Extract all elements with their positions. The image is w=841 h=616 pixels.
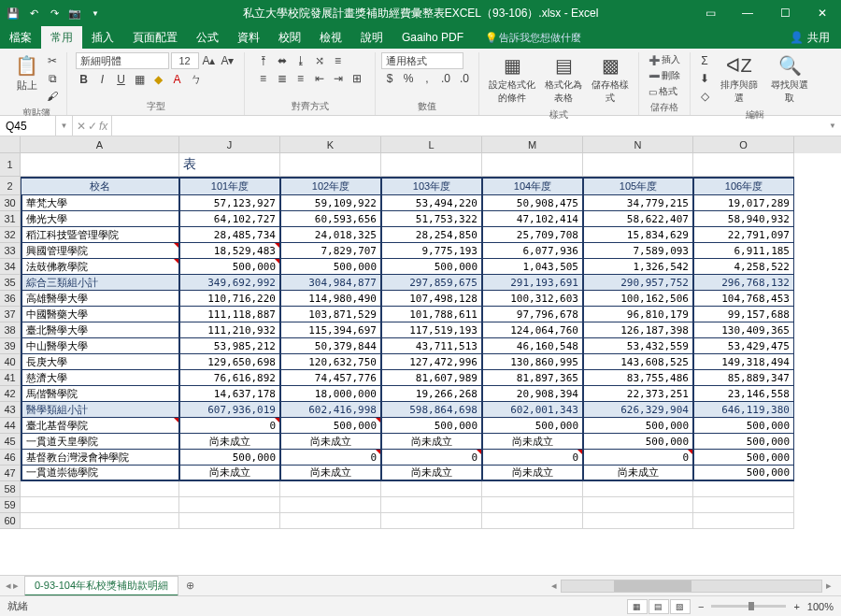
- col-header-A[interactable]: A: [21, 136, 179, 153]
- data-5-0[interactable]: 349,692,992: [179, 275, 280, 291]
- menu-tab-常用[interactable]: 常用: [41, 26, 82, 49]
- data-1-5[interactable]: 58,940,932: [693, 211, 794, 227]
- name-cell[interactable]: 馬偕醫學院: [21, 386, 179, 402]
- empty[interactable]: [583, 481, 693, 497]
- row-header-31[interactable]: 31: [0, 211, 21, 227]
- redo-icon[interactable]: ↷: [47, 6, 62, 21]
- close-button[interactable]: ✕: [804, 0, 841, 26]
- align-middle-icon[interactable]: ⬌: [274, 52, 291, 69]
- data-10-0[interactable]: 129,650,698: [179, 354, 280, 370]
- paste-button[interactable]: 📋 貼上: [11, 52, 42, 94]
- percent-icon[interactable]: %: [400, 70, 417, 87]
- sheet-tab[interactable]: 0-93-104年私校獎補助款明細: [24, 576, 178, 596]
- data-5-1[interactable]: 304,984,877: [280, 275, 381, 291]
- row-header-1[interactable]: 1: [0, 153, 21, 177]
- wrap-text-button[interactable]: ≡: [330, 52, 347, 69]
- empty[interactable]: [280, 497, 381, 513]
- empty[interactable]: [21, 513, 179, 529]
- row-header-45[interactable]: 45: [0, 434, 21, 450]
- header-0[interactable]: 校名: [21, 177, 179, 195]
- data-1-1[interactable]: 60,593,656: [280, 211, 381, 227]
- menu-tab-頁面配置[interactable]: 頁面配置: [123, 26, 187, 49]
- data-15-3[interactable]: 尚未成立: [482, 434, 583, 450]
- data-16-0[interactable]: 500,000: [179, 450, 280, 466]
- menu-tab-檔案[interactable]: 檔案: [0, 26, 41, 49]
- border-icon[interactable]: ▦: [132, 71, 149, 88]
- row-header-60[interactable]: 60: [0, 513, 21, 529]
- underline-button[interactable]: U: [113, 71, 130, 88]
- qat-dropdown-icon[interactable]: ▼: [88, 6, 103, 21]
- data-16-5[interactable]: 500,000: [693, 450, 794, 466]
- add-sheet-button[interactable]: ⊕: [178, 580, 202, 592]
- data-1-2[interactable]: 51,753,322: [381, 211, 482, 227]
- data-4-5[interactable]: 4,258,522: [693, 259, 794, 275]
- format-painter-icon[interactable]: 🖌: [44, 88, 61, 105]
- name-cell[interactable]: 長庚大學: [21, 354, 179, 370]
- font-name-select[interactable]: 新細明體: [76, 52, 169, 69]
- merge-button[interactable]: ⊞: [349, 70, 365, 87]
- sheet-prev-icon[interactable]: ◂: [6, 580, 11, 592]
- data-16-2[interactable]: 0: [381, 450, 482, 466]
- find-select-button[interactable]: 🔍尋找與選取: [765, 52, 814, 107]
- data-15-1[interactable]: 尚未成立: [280, 434, 381, 450]
- data-10-2[interactable]: 127,472,996: [381, 354, 482, 370]
- formula-input[interactable]: [112, 116, 824, 136]
- empty[interactable]: [179, 497, 280, 513]
- data-3-2[interactable]: 9,775,193: [381, 243, 482, 259]
- empty[interactable]: [381, 497, 482, 513]
- data-3-4[interactable]: 7,589,093: [583, 243, 693, 259]
- maximize-button[interactable]: ☐: [766, 0, 804, 26]
- data-16-4[interactable]: 0: [583, 450, 693, 466]
- empty[interactable]: [693, 513, 794, 529]
- data-4-4[interactable]: 1,326,542: [583, 259, 693, 275]
- data-17-3[interactable]: 尚未成立: [482, 466, 583, 481]
- data-0-3[interactable]: 50,908,475: [482, 195, 583, 211]
- data-14-2[interactable]: 500,000: [381, 418, 482, 434]
- hscroll-right-icon[interactable]: ▸: [822, 580, 835, 592]
- data-9-5[interactable]: 53,429,475: [693, 338, 794, 354]
- cell-blank[interactable]: [693, 153, 794, 177]
- share-button[interactable]: 👤 共用: [778, 30, 841, 46]
- data-7-3[interactable]: 97,796,678: [482, 307, 583, 322]
- clear-icon[interactable]: ◇: [696, 88, 713, 105]
- col-header-O[interactable]: O: [693, 136, 794, 153]
- empty[interactable]: [280, 481, 381, 497]
- tell-me-input[interactable]: 告訴我您想做什麼: [499, 31, 581, 45]
- grow-font-icon[interactable]: A▴: [201, 52, 218, 69]
- cell-blank[interactable]: [280, 153, 381, 177]
- name-cell[interactable]: 佛光大學: [21, 211, 179, 227]
- empty[interactable]: [583, 513, 693, 529]
- row-header-40[interactable]: 40: [0, 354, 21, 370]
- data-2-4[interactable]: 15,834,629: [583, 227, 693, 243]
- data-9-2[interactable]: 43,711,513: [381, 338, 482, 354]
- data-14-4[interactable]: 500,000: [583, 418, 693, 434]
- name-cell[interactable]: 高雄醫學大學: [21, 291, 179, 307]
- name-cell[interactable]: 法鼓佛教學院: [21, 259, 179, 275]
- data-6-0[interactable]: 110,716,220: [179, 291, 280, 307]
- name-cell[interactable]: 中山醫學大學: [21, 338, 179, 354]
- align-left-icon[interactable]: ≡: [255, 70, 272, 87]
- ribbon-options-icon[interactable]: ▭: [691, 0, 729, 26]
- data-0-5[interactable]: 19,017,289: [693, 195, 794, 211]
- data-0-1[interactable]: 59,109,922: [280, 195, 381, 211]
- menu-tab-Gaaiho PDF[interactable]: Gaaiho PDF: [392, 26, 473, 49]
- header-1[interactable]: 101年度: [179, 177, 280, 195]
- data-4-0[interactable]: 500,000: [179, 259, 280, 275]
- data-10-1[interactable]: 120,632,750: [280, 354, 381, 370]
- font-color-icon[interactable]: A: [169, 71, 186, 88]
- row-header-44[interactable]: 44: [0, 418, 21, 434]
- data-17-2[interactable]: 尚未成立: [381, 466, 482, 481]
- zoom-in-icon[interactable]: +: [793, 601, 799, 612]
- undo-icon[interactable]: ↶: [26, 6, 41, 21]
- fx-icon[interactable]: fx: [99, 120, 107, 133]
- empty[interactable]: [381, 481, 482, 497]
- hscroll-left-icon[interactable]: ◂: [548, 580, 561, 592]
- row-header-30[interactable]: 30: [0, 195, 21, 211]
- data-4-2[interactable]: 500,000: [381, 259, 482, 275]
- data-3-5[interactable]: 6,911,185: [693, 243, 794, 259]
- header-3[interactable]: 103年度: [381, 177, 482, 195]
- data-7-1[interactable]: 103,871,529: [280, 307, 381, 322]
- data-4-3[interactable]: 1,043,505: [482, 259, 583, 275]
- data-10-4[interactable]: 143,608,525: [583, 354, 693, 370]
- row-header-43[interactable]: 43: [0, 402, 21, 418]
